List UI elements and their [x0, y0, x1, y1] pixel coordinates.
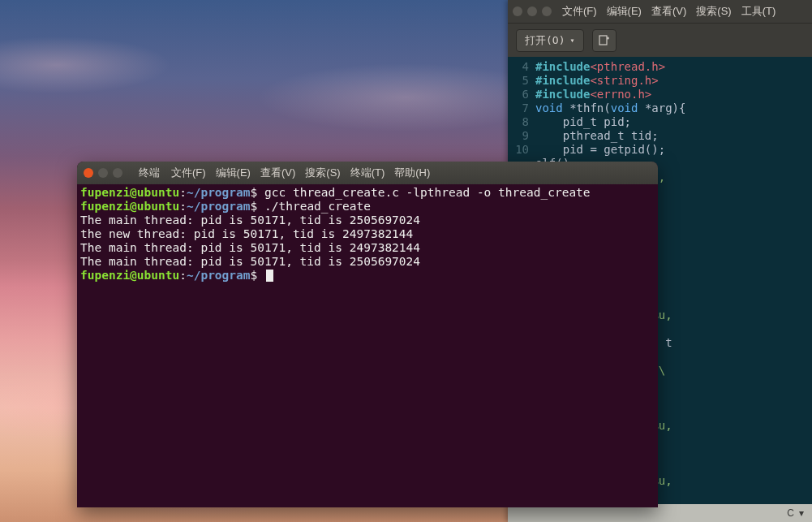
editor-window-controls — [513, 6, 552, 16]
maximize-icon[interactable] — [113, 168, 122, 178]
menu-help[interactable]: 帮助(H) — [391, 166, 433, 180]
close-icon[interactable] — [84, 168, 93, 178]
minimize-icon[interactable] — [98, 168, 108, 178]
terminal-titlebar[interactable]: 终端 文件(F) 编辑(E) 查看(V) 搜索(S) 终端(T) 帮助(H) — [77, 162, 658, 184]
terminal-line: fupenzi@ubuntu:~/program$ — [80, 269, 655, 283]
terminal-line: the new thread: pid is 50171, tid is 249… — [80, 227, 655, 241]
menu-tools[interactable]: 工具(T) — [739, 4, 779, 19]
menu-terminal[interactable]: 终端(T) — [347, 166, 389, 180]
menu-edit[interactable]: 编辑(E) — [604, 4, 644, 19]
terminal-line: The main thread: pid is 50171, tid is 25… — [80, 255, 655, 269]
menu-search[interactable]: 搜索(S) — [302, 166, 343, 180]
terminal-line: The main thread: pid is 50171, tid is 24… — [80, 241, 655, 255]
open-button-label: 打开(O) — [525, 33, 565, 48]
new-tab-icon — [599, 35, 610, 46]
terminal-window: 终端 文件(F) 编辑(E) 查看(V) 搜索(S) 终端(T) 帮助(H) f… — [77, 162, 658, 507]
terminal-line: The main thread: pid is 50171, tid is 25… — [80, 214, 655, 227]
menu-file[interactable]: 文件(F) — [168, 166, 209, 180]
open-button[interactable]: 打开(O) — [516, 29, 584, 52]
maximize-icon[interactable] — [542, 6, 552, 16]
menu-view[interactable]: 查看(V) — [257, 166, 299, 180]
minimize-icon[interactable] — [527, 6, 537, 16]
editor-titlebar[interactable]: 文件(F) 编辑(E) 查看(V) 搜索(S) 工具(T) — [508, 0, 812, 23]
svg-rect-0 — [599, 36, 607, 45]
menu-edit[interactable]: 编辑(E) — [213, 166, 254, 180]
menu-search[interactable]: 搜索(S) — [694, 4, 733, 19]
menu-view[interactable]: 查看(V) — [649, 4, 689, 19]
terminal-title: 终端 — [139, 166, 160, 180]
new-tab-button[interactable] — [592, 29, 617, 52]
terminal-line: fupenzi@ubuntu:~/program$ ./thread_creat… — [80, 200, 655, 214]
terminal-window-controls — [84, 168, 122, 178]
close-icon[interactable] — [513, 6, 522, 16]
status-language[interactable]: C — [787, 507, 794, 519]
terminal-line: fupenzi@ubuntu:~/program$ gcc thread_cre… — [80, 186, 655, 200]
terminal-cursor — [266, 270, 273, 282]
terminal-body[interactable]: fupenzi@ubuntu:~/program$ gcc thread_cre… — [77, 184, 658, 507]
chevron-down-icon: ▾ — [799, 507, 804, 519]
editor-menubar: 文件(F) 编辑(E) 查看(V) 搜索(S) 工具(T) — [560, 4, 778, 19]
menu-file[interactable]: 文件(F) — [560, 4, 599, 19]
editor-toolbar: 打开(O) — [508, 23, 812, 57]
terminal-menubar: 文件(F) 编辑(E) 查看(V) 搜索(S) 终端(T) 帮助(H) — [168, 166, 433, 180]
